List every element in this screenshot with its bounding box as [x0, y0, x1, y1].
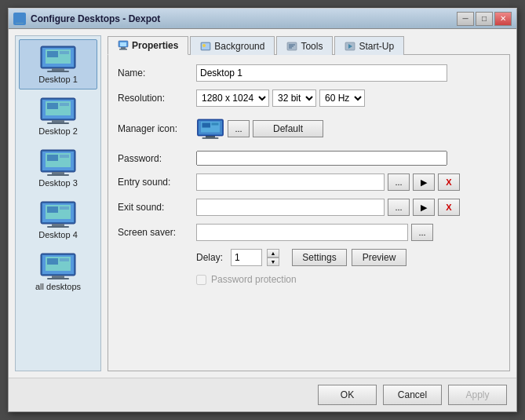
- svg-rect-2: [16, 23, 24, 24]
- delay-increment-button[interactable]: ▲: [267, 249, 279, 257]
- svg-rect-8: [47, 51, 58, 57]
- sidebar: Desktop 1 Desktop 2: [15, 35, 101, 371]
- tab-tools[interactable]: Tools: [276, 36, 333, 55]
- name-label: Name:: [118, 68, 196, 79]
- tab-properties[interactable]: Properties: [108, 36, 188, 55]
- entry-sound-browse-button[interactable]: ...: [388, 173, 410, 191]
- entry-sound-play-button[interactable]: ▶: [413, 173, 435, 191]
- bit-depth-select[interactable]: 32 bit 16 bit 8 bit: [272, 89, 316, 107]
- maximize-button[interactable]: □: [476, 12, 493, 26]
- entry-sound-input[interactable]: [196, 173, 385, 191]
- screensaver-row: Screen saver: ...: [118, 224, 500, 241]
- password-protection-row: Password protection: [118, 274, 500, 285]
- svg-rect-1: [17, 21, 22, 23]
- resolution-select[interactable]: 1280 x 1024 800 x 600 1024 x 768 1920 x …: [196, 89, 269, 107]
- title-bar: Configure Desktops - Dexpot ─ □ ✕: [9, 9, 516, 29]
- manager-icon-preview: [196, 115, 224, 143]
- entry-sound-control: ... ▶ X: [196, 173, 500, 191]
- svg-rect-13: [47, 122, 69, 124]
- close-button[interactable]: ✕: [494, 12, 512, 26]
- svg-rect-20: [47, 174, 69, 176]
- svg-rect-22: [47, 155, 58, 161]
- manager-icon-browse-button[interactable]: ...: [228, 120, 250, 137]
- exit-sound-play-button[interactable]: ▶: [413, 199, 435, 216]
- svg-rect-54: [202, 137, 219, 139]
- monitor-icon-1: [39, 45, 77, 73]
- entry-sound-clear-button[interactable]: X: [438, 173, 460, 191]
- monitor-icon-3: [39, 148, 77, 177]
- exit-sound-input[interactable]: [196, 199, 385, 216]
- tools-tab-icon: [286, 41, 297, 52]
- delay-label: Delay:: [196, 252, 223, 263]
- app-icon: [13, 13, 26, 25]
- password-label: Password:: [118, 153, 196, 164]
- password-protection-label: Password protection: [211, 274, 297, 285]
- tab-tools-label: Tools: [301, 41, 323, 52]
- svg-rect-5: [52, 68, 64, 71]
- svg-rect-12: [52, 120, 64, 122]
- sidebar-item-desktop3[interactable]: Desktop 3: [19, 143, 97, 193]
- sidebar-item-desktop1[interactable]: Desktop 1: [19, 39, 97, 89]
- apply-button[interactable]: Apply: [448, 385, 507, 405]
- delay-row: Delay: ▲ ▼ Settings Preview: [118, 249, 500, 266]
- sidebar-item-desktop4[interactable]: Desktop 4: [19, 195, 97, 245]
- svg-rect-29: [47, 206, 58, 213]
- cancel-button[interactable]: Cancel: [383, 385, 442, 405]
- screensaver-browse-button[interactable]: ...: [411, 224, 433, 241]
- screensaver-input[interactable]: [196, 224, 408, 241]
- exit-sound-control: ... ▶ X: [196, 199, 500, 216]
- monitor-icon-all: [39, 252, 77, 280]
- tab-startup[interactable]: Start-Up: [334, 36, 404, 55]
- svg-rect-33: [52, 276, 64, 278]
- delay-input[interactable]: [231, 249, 262, 266]
- delay-decrement-button[interactable]: ▼: [267, 257, 279, 266]
- manager-icon-label: Manager icon:: [118, 123, 196, 134]
- resolution-label: Resolution:: [118, 93, 196, 104]
- desktop1-label: Desktop 1: [38, 75, 78, 84]
- preview-button[interactable]: Preview: [352, 249, 407, 266]
- resolution-row: Resolution: 1280 x 1024 800 x 600 1024 x…: [118, 89, 500, 107]
- svg-rect-53: [206, 136, 215, 137]
- exit-sound-clear-button[interactable]: X: [438, 199, 460, 216]
- sidebar-item-alldesktops[interactable]: all desktops: [19, 247, 97, 297]
- refresh-rate-select[interactable]: 60 Hz 75 Hz 85 Hz: [319, 89, 365, 107]
- sidebar-item-desktop2[interactable]: Desktop 2: [19, 91, 97, 141]
- screensaver-control: ...: [196, 224, 500, 241]
- tab-properties-label: Properties: [132, 40, 178, 51]
- minimize-button[interactable]: ─: [457, 12, 474, 26]
- password-row: Password:: [118, 151, 500, 166]
- tab-background[interactable]: Background: [190, 36, 275, 55]
- monitor-icon-4: [39, 200, 77, 228]
- name-input[interactable]: [196, 64, 447, 82]
- entry-sound-label: Entry sound:: [118, 177, 196, 188]
- ok-button[interactable]: OK: [318, 385, 377, 405]
- background-tab-icon: [200, 41, 211, 52]
- name-control: [196, 64, 500, 82]
- svg-rect-34: [47, 278, 69, 279]
- svg-rect-27: [47, 226, 69, 228]
- svg-rect-23: [60, 155, 69, 158]
- password-protection-checkbox[interactable]: [196, 275, 206, 285]
- svg-rect-6: [47, 71, 69, 72]
- password-control: [196, 151, 500, 166]
- svg-rect-26: [52, 224, 64, 226]
- content-area: Desktop 1 Desktop 2: [9, 29, 516, 378]
- window-title: Configure Desktops - Dexpot: [31, 13, 457, 24]
- svg-rect-19: [52, 172, 64, 174]
- svg-rect-0: [15, 15, 24, 21]
- svg-rect-57: [212, 123, 219, 126]
- svg-rect-30: [60, 206, 69, 210]
- svg-rect-15: [47, 103, 58, 109]
- manager-icon-default-button[interactable]: Default: [253, 120, 323, 137]
- svg-rect-36: [47, 258, 58, 265]
- svg-rect-9: [60, 51, 69, 54]
- password-input[interactable]: [196, 151, 447, 166]
- desktop4-label: Desktop 4: [38, 230, 78, 239]
- settings-button[interactable]: Settings: [292, 249, 347, 266]
- exit-sound-browse-button[interactable]: ...: [388, 199, 410, 216]
- svg-rect-41: [119, 49, 127, 50]
- monitor-icon-2: [39, 97, 77, 125]
- svg-rect-40: [121, 47, 126, 49]
- entry-sound-row: Entry sound: ... ▶ X: [118, 173, 500, 191]
- main-panel: Properties Background Tools: [108, 35, 510, 371]
